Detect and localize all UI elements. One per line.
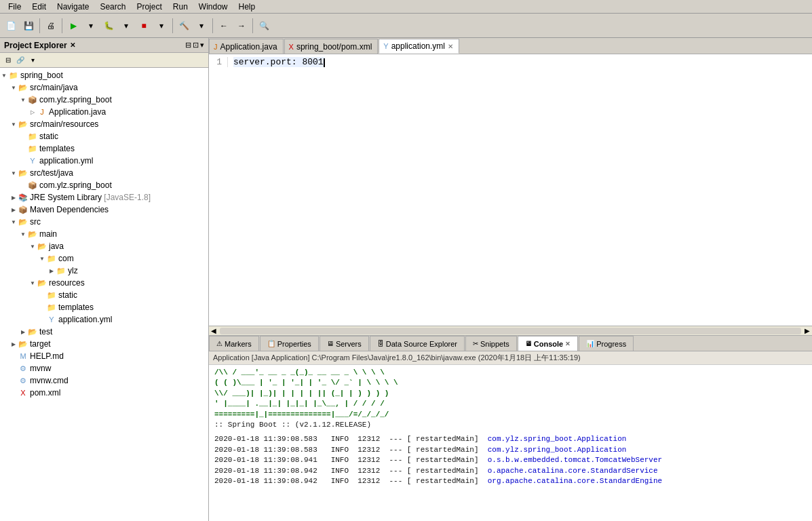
tree-item-com_ylz2[interactable]: 📦 com.ylz.spring_boot — [0, 179, 208, 191]
menu-project[interactable]: Project — [131, 1, 167, 13]
tab-pom-icon: X — [289, 43, 294, 51]
tree-arrow-pom_xml — [9, 389, 18, 397]
explorer-menu[interactable]: ▾ — [27, 55, 38, 66]
tree-item-help_md[interactable]: M HELP.md — [0, 350, 208, 362]
menu-help[interactable]: Help — [233, 1, 261, 13]
explorer-tree[interactable]: ▼ 📁 spring_boot ▼ 📂 src/main/java ▼ 📦 co… — [0, 68, 208, 521]
tab-properties[interactable]: 📋 Properties — [260, 336, 319, 351]
tree-icon-target: 📂 — [18, 339, 28, 349]
explorer-max-icon[interactable]: ⊡ — [193, 41, 199, 50]
toolbar-run[interactable]: ▶ — [65, 18, 81, 34]
tab-progress[interactable]: 📊 Progress — [579, 336, 634, 351]
tab-yml-close[interactable]: ✕ — [448, 43, 453, 50]
tree-item-src_main_res[interactable]: ▼ 📂 src/main/resources — [0, 118, 208, 130]
tree-item-pom_xml[interactable]: X pom.xml — [0, 387, 208, 399]
tree-arrow-com2: ▼ — [38, 254, 46, 263]
tree-item-test2[interactable]: ▶ 📂 test — [0, 326, 208, 338]
menu-edit[interactable]: Edit — [26, 1, 52, 13]
log-class-3: o.s.b.w.embedded.tomcat.TomcatWebServer — [488, 456, 662, 464]
tree-item-static1[interactable]: 📁 static — [0, 130, 208, 142]
toolbar-print[interactable]: 🖨 — [43, 18, 59, 34]
tree-item-main[interactable]: ▼ 📂 main — [0, 228, 208, 240]
editor-area[interactable]: 1 server.port: 8001 — [209, 54, 812, 326]
tree-item-target[interactable]: ▶ 📂 target — [0, 338, 208, 350]
toolbar-build[interactable]: 🔨 — [176, 18, 192, 34]
progress-icon: 📊 — [586, 340, 594, 347]
tab-datasource[interactable]: 🗄 Data Source Explorer — [370, 336, 465, 351]
editor-scroll-x[interactable]: ◀ ▶ — [209, 326, 812, 335]
log-thread-5: restartedMain — [416, 477, 474, 485]
tree-item-com2[interactable]: ▼ 📁 com — [0, 252, 208, 265]
tree-arrow-help_md — [9, 352, 18, 360]
scroll-right-arrow[interactable]: ▶ — [803, 327, 812, 334]
tab-console-close[interactable]: ✕ — [565, 341, 571, 347]
tree-item-resources2[interactable]: ▼ 📂 resources — [0, 277, 208, 289]
menu-window[interactable]: Window — [193, 1, 233, 13]
toolbar-search[interactable]: 🔍 — [256, 18, 272, 34]
tab-servers[interactable]: 🖥 Servers — [320, 336, 369, 351]
tree-item-application_yml2[interactable]: Y application.yml — [0, 313, 208, 326]
menu-run[interactable]: Run — [168, 1, 193, 13]
tree-item-src[interactable]: ▼ 📂 src — [0, 216, 208, 228]
toolbar-stop[interactable]: ■ — [136, 18, 152, 34]
tree-item-ylz2[interactable]: ▶ 📁 ylz — [0, 265, 208, 277]
toolbar-run-dropdown[interactable]: ▾ — [83, 18, 99, 34]
toolbar-new[interactable]: 📄 — [3, 18, 19, 34]
tree-item-static2[interactable]: 📁 static — [0, 289, 208, 301]
tab-application-yml[interactable]: Y application.yml ✕ — [379, 39, 459, 54]
tree-item-mvnw[interactable]: ⚙ mvnw — [0, 362, 208, 374]
menu-file[interactable]: File — [3, 1, 26, 13]
tree-item-java2[interactable]: ▼ 📂 java — [0, 240, 208, 252]
tree-item-maven_dep[interactable]: ▶ 📦 Maven Dependencies — [0, 204, 208, 216]
tree-label-mvnw: mvnw — [30, 364, 51, 373]
log-pid-5: 12312 — [357, 477, 380, 485]
tree-item-templates1[interactable]: 📁 templates — [0, 142, 208, 155]
toolbar-debug[interactable]: 🐛 — [100, 18, 117, 34]
toolbar-back[interactable]: ← — [216, 18, 232, 34]
toolbar-save[interactable]: 💾 — [20, 18, 37, 34]
scroll-left-arrow[interactable]: ◀ — [209, 327, 218, 334]
toolbar-forward[interactable]: → — [233, 18, 250, 34]
toolbar-stop-dropdown[interactable]: ▾ — [153, 18, 170, 34]
tree-item-src_main_java[interactable]: ▼ 📂 src/main/java — [0, 81, 208, 94]
tree-arrow-application_yml2 — [38, 315, 46, 324]
tree-item-templates2[interactable]: 📁 templates — [0, 301, 208, 313]
toolbar-debug-dropdown[interactable]: ▾ — [118, 18, 134, 34]
tab-console[interactable]: 🖥 Console ✕ — [518, 336, 578, 351]
tab-markers[interactable]: ⚠ Markers — [209, 336, 259, 351]
tree-item-application_yml1[interactable]: Y application.yml — [0, 155, 208, 167]
tree-item-mvnw_cmd[interactable]: ⚙ mvnw.cmd — [0, 374, 208, 387]
line-number-1: 1 — [214, 57, 222, 67]
tab-application-java[interactable]: J Application.java — [209, 39, 284, 54]
explorer-link-editor[interactable]: 🔗 — [15, 55, 26, 66]
editor-code[interactable]: server.port: 8001 — [233, 57, 325, 67]
tab-pom-xml[interactable]: X spring_boot/pom.xml — [284, 39, 379, 54]
explorer-collapse-all[interactable]: ⊟ — [3, 55, 14, 66]
log-pid-2: 12312 — [357, 446, 380, 454]
explorer-min-icon[interactable]: ⊟ — [185, 41, 191, 50]
tree-arrow-com_ylz2 — [19, 181, 27, 189]
tree-label-ylz2: ylz — [68, 266, 78, 275]
log-thread-1: restartedMain — [416, 435, 474, 443]
tree-item-spring_boot[interactable]: ▼ 📁 spring_boot — [0, 69, 208, 81]
toolbar-build-dropdown[interactable]: ▾ — [193, 18, 210, 34]
console-log-3: 2020-01-18 11:39:08.941 INFO 12312 --- [… — [214, 455, 807, 465]
menu-search[interactable]: Search — [94, 1, 131, 13]
project-explorer: Project Explorer ✕ ⊟ ⊡ ▾ ⊟ 🔗 ▾ ▼ 📁 sprin… — [0, 38, 209, 521]
explorer-menu-icon[interactable]: ▾ — [200, 41, 204, 50]
tab-servers-label: Servers — [336, 340, 362, 348]
tree-icon-templates2: 📁 — [46, 302, 57, 313]
tree-label-src_test_java: src/test/java — [30, 168, 73, 178]
tab-application-java-label: Application.java — [220, 42, 277, 52]
menu-navigate[interactable]: Navigate — [52, 1, 94, 13]
menu-bar: File Edit Navigate Search Project Run Wi… — [0, 0, 812, 14]
console-log-4: 2020-01-18 11:39:08.942 INFO 12312 --- [… — [214, 466, 807, 476]
scrollbar-track[interactable] — [220, 328, 801, 334]
toolbar: 📄 💾 🖨 ▶ ▾ 🐛 ▾ ■ ▾ 🔨 ▾ ← → 🔍 — [0, 14, 812, 38]
tree-item-com_ylz[interactable]: ▼ 📦 com.ylz.spring_boot — [0, 94, 208, 106]
explorer-close-icon[interactable]: ✕ — [70, 41, 75, 49]
tree-item-src_test_java[interactable]: ▼ 📂 src/test/java — [0, 167, 208, 179]
tab-snippets[interactable]: ✂ Snippets — [465, 336, 517, 351]
tree-item-jre_lib[interactable]: ▶ 📚 JRE System Library [JavaSE-1.8] — [0, 191, 208, 204]
tree-item-Application[interactable]: ▷ J Application.java — [0, 106, 208, 118]
